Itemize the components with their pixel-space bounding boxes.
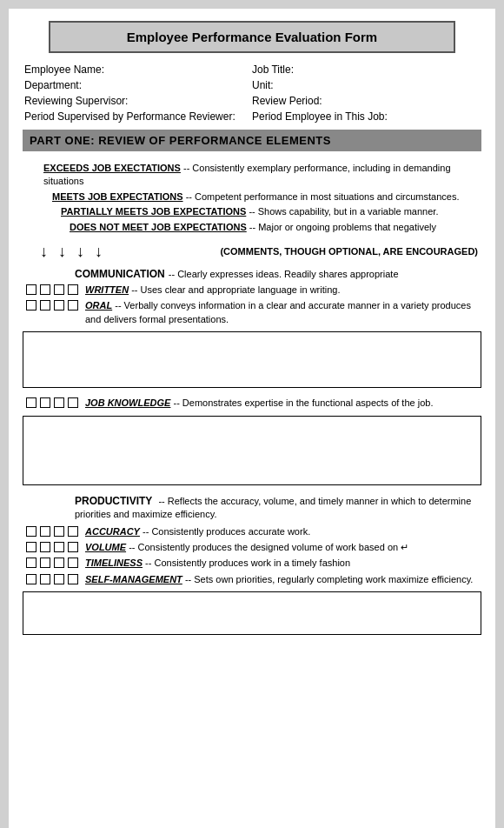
cb-oral-2[interactable] (40, 300, 50, 310)
cb-vol-2[interactable] (40, 542, 50, 552)
review-period-field: Review Period: (252, 95, 480, 107)
comments-note: (COMMENTS, THOUGH OPTIONAL, ARE ENCOURAG… (113, 246, 481, 257)
cb-tim-3[interactable] (54, 558, 64, 568)
arrow-4: ↓ (95, 243, 103, 261)
page: Employee Performance Evaluation Form Emp… (9, 9, 495, 828)
legend-does-not: DOES NOT MEET JOB EXPECTATIONS -- Major … (26, 221, 478, 234)
volume-checkboxes (26, 542, 78, 552)
timeliness-row: TIMELINESS -- Consistently produces work… (23, 557, 481, 570)
form-title-box: Employee Performance Evaluation Form (49, 21, 455, 53)
form-title: Employee Performance Evaluation Form (127, 30, 377, 44)
oral-row: ORAL -- Verbally conveys information in … (23, 299, 481, 326)
cb-acc-1[interactable] (26, 526, 36, 537)
self-management-row: SELF-MANAGEMENT -- Sets own priorities, … (23, 573, 481, 586)
part-one-header: PART ONE: REVIEW OF PERFORMANCE ELEMENTS (23, 130, 481, 151)
job-knowledge-label: JOB KNOWLEDGE -- Demonstrates expertise … (85, 397, 481, 410)
written-checkboxes (26, 284, 78, 295)
info-grid: Employee Name: Job Title: Department: Un… (23, 63, 481, 123)
cb-written-2[interactable] (40, 284, 50, 295)
employee-name-field: Employee Name: (24, 63, 252, 76)
productivity-textarea[interactable] (23, 591, 481, 635)
cb-oral-4[interactable] (68, 300, 78, 310)
unit-field: Unit: (252, 79, 480, 91)
job-knowledge-textarea[interactable] (23, 416, 481, 485)
cb-sm-1[interactable] (26, 574, 36, 584)
cb-vol-3[interactable] (54, 542, 64, 552)
cb-written-4[interactable] (68, 284, 78, 295)
cb-written-3[interactable] (54, 284, 64, 295)
cb-oral-3[interactable] (54, 300, 64, 310)
cb-oral-1[interactable] (26, 300, 36, 310)
volume-label: VOLUME -- Consistently produces the desi… (85, 541, 481, 554)
written-label: WRITTEN -- Uses clear and appropriate la… (85, 284, 481, 297)
arrow-3: ↓ (76, 243, 84, 261)
period-employee-field: Period Employee in This Job: (252, 110, 480, 123)
cb-written-1[interactable] (26, 284, 36, 295)
cb-jk-1[interactable] (26, 397, 36, 408)
accuracy-checkboxes (26, 526, 78, 537)
job-knowledge-checkboxes (26, 397, 78, 408)
cb-acc-4[interactable] (68, 526, 78, 537)
cb-tim-1[interactable] (26, 558, 36, 568)
self-management-label: SELF-MANAGEMENT -- Sets own priorities, … (85, 573, 481, 586)
cb-acc-2[interactable] (40, 526, 50, 537)
arrows-comments-row: ↓ ↓ ↓ ↓ (COMMENTS, THOUGH OPTIONAL, ARE … (40, 243, 481, 261)
communication-textarea[interactable] (23, 331, 481, 388)
oral-label: ORAL -- Verbally conveys information in … (85, 299, 481, 326)
accuracy-label: ACCURACY -- Consistently produces accura… (85, 525, 481, 538)
department-field: Department: (24, 79, 252, 91)
productivity-section-header: PRODUCTIVITY -- Reflects the accuracy, v… (23, 494, 481, 522)
volume-row: VOLUME -- Consistently produces the desi… (23, 541, 481, 554)
cb-acc-3[interactable] (54, 526, 64, 537)
cb-jk-2[interactable] (40, 397, 50, 408)
cb-tim-4[interactable] (68, 558, 78, 568)
oral-checkboxes (26, 300, 78, 310)
reviewing-supervisor-field: Reviewing Supervisor: (24, 95, 252, 107)
accuracy-row: ACCURACY -- Consistently produces accura… (23, 525, 481, 538)
cb-vol-1[interactable] (26, 542, 36, 552)
period-supervised-field: Period Supervised by Performance Reviewe… (24, 110, 252, 123)
timeliness-label: TIMELINESS -- Consistently produces work… (85, 557, 481, 570)
cb-vol-4[interactable] (68, 542, 78, 552)
written-row: WRITTEN -- Uses clear and appropriate la… (23, 284, 481, 297)
arrow-1: ↓ (40, 243, 48, 261)
cb-sm-4[interactable] (68, 574, 78, 584)
communication-section-header: COMMUNICATION -- Clearly expresses ideas… (23, 268, 481, 280)
cb-jk-3[interactable] (54, 397, 64, 408)
cb-sm-3[interactable] (54, 574, 64, 584)
cb-tim-2[interactable] (40, 558, 50, 568)
cb-sm-2[interactable] (40, 574, 50, 584)
legend-exceeds: EXCEEDS JOB EXECTATIONS -- Consistently … (26, 162, 478, 189)
rating-legend: EXCEEDS JOB EXECTATIONS -- Consistently … (23, 160, 481, 237)
arrow-2: ↓ (58, 243, 66, 261)
self-management-checkboxes (26, 574, 78, 584)
legend-partially: PARTIALLY MEETS JOB EXPECTATIONS -- Show… (26, 205, 478, 218)
legend-meets: MEETS JOB EXPECTATIONS -- Competent perf… (26, 190, 478, 204)
cb-jk-4[interactable] (68, 397, 78, 408)
job-title-field: Job Title: (252, 63, 480, 76)
job-knowledge-row: JOB KNOWLEDGE -- Demonstrates expertise … (23, 397, 481, 410)
timeliness-checkboxes (26, 558, 78, 568)
